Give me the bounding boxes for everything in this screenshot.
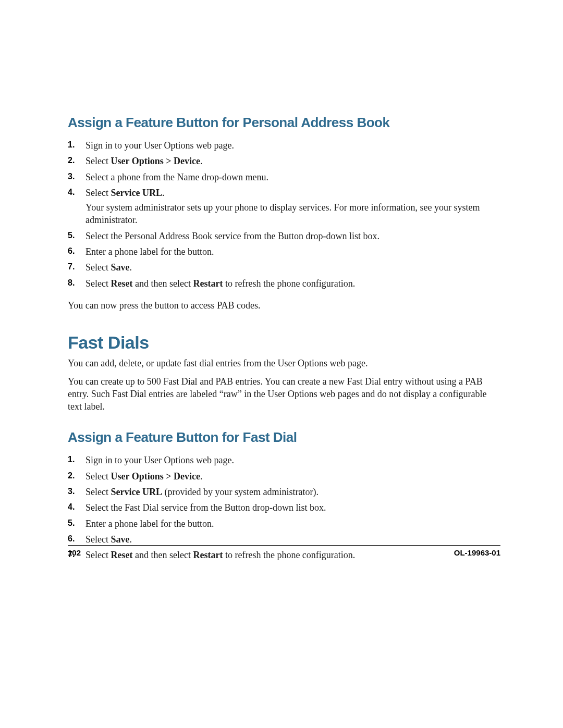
list-item: Select a phone from the Name drop-down m…: [68, 171, 500, 187]
step-bold: Save: [111, 534, 129, 545]
fastdials-para1: You can add, delete, or update fast dial…: [68, 357, 500, 369]
step-text: Enter a phone label for the button.: [85, 246, 214, 257]
document-page: Assign a Feature Button for Personal Add…: [0, 0, 563, 728]
step-text: (provided by your system administrator).: [162, 487, 319, 497]
step-text: and then select: [132, 278, 193, 289]
step-bold: Restart: [193, 278, 223, 289]
list-item: Select the Personal Address Book service…: [68, 230, 500, 245]
step-bold: User Options > Device: [111, 156, 200, 166]
step-bold: Service URL: [111, 188, 162, 198]
step-note: Your system administrator sets up your p…: [85, 201, 500, 227]
list-item: Select Service URL. Your system administ…: [68, 187, 500, 230]
pab-steps: Sign in to your User Options web page. S…: [68, 139, 500, 293]
list-item: Enter a phone label for the button.: [68, 517, 500, 533]
step-bold: Service URL: [111, 487, 162, 497]
heading-fast-dials: Fast Dials: [68, 332, 500, 353]
step-text: .: [200, 471, 203, 482]
list-item: Sign in to your User Options web page.: [68, 454, 500, 470]
fastdials-para2: You can create up to 500 Fast Dial and P…: [68, 375, 500, 413]
step-text: Select: [85, 278, 111, 289]
heading-fastdial-sub: Assign a Feature Button for Fast Dial: [68, 429, 500, 446]
step-text: Select: [85, 156, 111, 166]
step-text: Select the Personal Address Book service…: [85, 231, 380, 241]
step-text: Select a phone from the Name drop-down m…: [85, 172, 268, 182]
step-text: Select: [85, 487, 111, 497]
page-footer: 102 OL-19963-01: [68, 545, 500, 557]
page-number: 102: [68, 548, 81, 557]
step-text: Select: [85, 471, 111, 482]
step-bold: Save: [111, 262, 129, 273]
list-item: Select the Fast Dial service from the Bu…: [68, 501, 500, 517]
step-text: Select: [85, 188, 111, 198]
doc-id: OL-19963-01: [454, 548, 500, 557]
step-text: .: [129, 262, 132, 273]
list-item: Select Service URL (provided by your sys…: [68, 486, 500, 501]
step-bold: User Options > Device: [111, 471, 200, 482]
step-text: .: [200, 156, 203, 166]
step-text: .: [162, 188, 165, 198]
list-item: Select User Options > Device.: [68, 155, 500, 170]
list-item: Select Save.: [68, 261, 500, 277]
heading-pab: Assign a Feature Button for Personal Add…: [68, 115, 500, 131]
step-text: Enter a phone label for the button.: [85, 519, 214, 529]
step-text: Sign in to your User Options web page.: [85, 455, 234, 465]
step-text: .: [129, 534, 132, 545]
list-item: Select Reset and then select Restart to …: [68, 277, 500, 293]
step-text: Select the Fast Dial service from the Bu…: [85, 502, 326, 513]
step-bold: Reset: [111, 278, 132, 289]
list-item: Enter a phone label for the button.: [68, 245, 500, 261]
step-text: Select: [85, 262, 111, 273]
list-item: Sign in to your User Options web page.: [68, 139, 500, 155]
pab-after-text: You can now press the button to access P…: [68, 299, 500, 312]
step-text: Sign in to your User Options web page.: [85, 140, 234, 151]
step-text: to refresh the phone configuration.: [223, 278, 355, 289]
list-item: Select User Options > Device.: [68, 470, 500, 486]
step-text: Select: [85, 534, 111, 545]
